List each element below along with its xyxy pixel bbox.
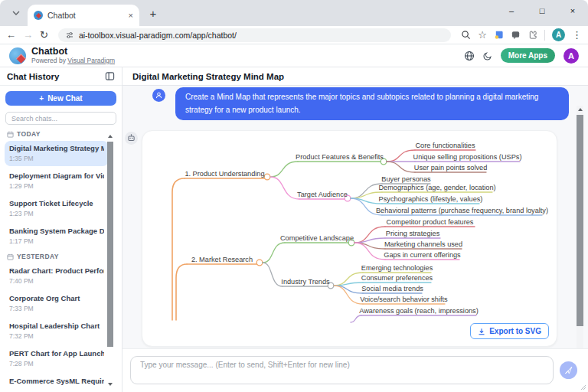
chat-history-item[interactable]: Corporate Org Chart7:33 PM (5, 291, 109, 316)
mindmap-connector (351, 315, 361, 322)
chat-item-title: Corporate Org Chart (9, 294, 104, 302)
chat-history-item[interactable]: Support Ticket Lifecycle1:23 PM (5, 196, 109, 221)
app-body: Chat History + New Chat TODAYDigital Mar… (0, 67, 588, 392)
mindmap-node-label: Demographics (age, gender, location) (378, 184, 495, 191)
chat-item-time: 7:33 PM (9, 305, 104, 312)
mindmap-connector (354, 243, 385, 260)
chat-extension-icon[interactable] (511, 30, 521, 40)
chat-scrollbar-thumb[interactable] (577, 115, 583, 326)
sidebar-title: Chat History (7, 72, 59, 81)
mindmap-connector (334, 286, 363, 304)
chat-item-title: Digital Marketing Strategy M... (9, 144, 104, 152)
chat-list: TODAYDigital Marketing Strategy M...1:35… (0, 130, 122, 389)
extensions-puzzle-icon[interactable] (528, 30, 537, 40)
tab-strip: Chatbot × + – □ × (0, 0, 588, 26)
scroll-up-icon[interactable] (578, 108, 583, 111)
globe-icon[interactable] (464, 51, 475, 61)
chat-history-item[interactable]: Banking System Package Dia...1:17 PM (5, 224, 109, 249)
account-avatar[interactable]: A (564, 48, 579, 64)
visual-paradigm-link[interactable]: Visual Paradigm (67, 57, 115, 64)
chat-section-label: TODAY (7, 130, 109, 138)
chat-history-item[interactable]: E-Commerce SysML Require... (5, 374, 109, 389)
maximize-button[interactable]: □ (527, 0, 557, 21)
chat-item-title: Deployment Diagram for Vid... (9, 172, 104, 180)
chat-scrollbar[interactable] (577, 106, 583, 348)
assistant-message-avatar (125, 132, 138, 145)
mindmap-connector (334, 283, 363, 286)
message-input[interactable] (130, 356, 554, 384)
mindmap-node-label: Industry Trends (281, 278, 330, 286)
chat-item-time: 1:23 PM (9, 210, 104, 217)
chat-history-item[interactable]: PERT Chart for App Launch7:28 PM (5, 346, 109, 371)
chat-history-item[interactable]: Radar Chart: Product Perfor...7:40 PM (5, 263, 109, 289)
browser-profile-avatar[interactable]: A (552, 28, 565, 41)
sidebar-header: Chat History (0, 67, 122, 86)
url-bar[interactable]: ai-toolbox.visual-paradigm.com/app/chatb… (58, 28, 451, 42)
mindmap-node-label: User pain points solved (414, 164, 488, 172)
close-button[interactable]: × (557, 0, 588, 21)
new-tab-button[interactable]: + (144, 4, 162, 22)
sidebar-scrollbar-thumb[interactable] (107, 142, 113, 347)
mindmap-node-label: Target Audience (297, 191, 348, 198)
browser-tab[interactable]: Chatbot × (28, 5, 139, 26)
calendar-icon (7, 131, 14, 138)
sidebar-scrollbar[interactable] (107, 132, 113, 388)
mindmap-node-label: 1. Product Understanding (185, 170, 264, 178)
conversation-title-bar: Digital Marketing Strategy Mind Map (122, 67, 588, 86)
zoom-icon[interactable] (461, 30, 471, 40)
section-label-text: TODAY (17, 130, 41, 138)
chat-item-time: 1:35 PM (9, 155, 104, 162)
mindmap-connector (387, 150, 415, 162)
scroll-down-icon[interactable] (108, 383, 113, 386)
scroll-up-icon[interactable] (108, 135, 113, 138)
mindmap-svg: 1. Product Understanding2. Market Resear… (142, 131, 558, 348)
chat-item-title: Banking System Package Dia... (9, 227, 104, 235)
chat-item-title: PERT Chart for App Launch (9, 349, 104, 358)
chat-history-sidebar: Chat History + New Chat TODAYDigital Mar… (0, 67, 122, 392)
mindmap-connector (270, 177, 299, 199)
chat-history-item[interactable]: Hospital Leadership Chart7:32 PM (5, 318, 109, 344)
mindmap-node-label: Behavioral patterns (purchase frequency,… (376, 207, 548, 214)
new-chat-button[interactable]: + New Chat (5, 91, 116, 106)
mindmap-node-label: Pricing strategies (386, 230, 440, 237)
chat-history-item[interactable]: Digital Marketing Strategy M...1:35 PM (5, 141, 109, 166)
mindmap-node-label: Competitive Landscape (280, 234, 354, 242)
app-subtitle: Powered by Visual Paradigm (31, 57, 115, 65)
app-header-actions: More Apps A (464, 48, 579, 64)
reload-button[interactable]: ↻ (40, 30, 48, 40)
send-plane-icon (564, 366, 573, 374)
mindmap-connector (263, 263, 283, 286)
mindmap-connector (354, 238, 385, 243)
export-svg-button[interactable]: Export to SVG (470, 323, 549, 339)
toolbar-actions: ☆ A ⋮ (461, 28, 582, 41)
app-header: Chatbot Powered by Visual Paradigm More … (0, 44, 588, 67)
more-apps-button[interactable]: More Apps (501, 48, 555, 63)
browser-menu-icon[interactable]: ⋮ (572, 30, 582, 40)
mindmap-node-label: 2. Market Research (191, 256, 253, 263)
mindmap-node-label: Product Features & Benefits (296, 153, 384, 161)
extension-lens-icon[interactable] (494, 30, 504, 40)
bookmark-star-icon[interactable]: ☆ (478, 30, 487, 40)
send-button[interactable] (560, 361, 577, 379)
minimize-button[interactable]: – (496, 0, 527, 21)
tab-close-icon[interactable]: × (129, 11, 133, 20)
resize-grip-icon[interactable] (580, 384, 586, 390)
mindmap-connector (387, 162, 415, 172)
search-input[interactable] (5, 112, 116, 125)
tab-search-button[interactable] (6, 3, 26, 23)
chat-section-label: YESTERDAY (7, 253, 109, 260)
back-button[interactable]: ← (6, 30, 16, 40)
section-label-text: YESTERDAY (17, 253, 59, 260)
chat-item-title: E-Commerce SysML Require... (9, 377, 104, 385)
conversation-title: Digital Marketing Strategy Mind Map (132, 72, 284, 81)
new-chat-label: New Chat (47, 94, 83, 103)
chat-history-item[interactable]: Deployment Diagram for Vid...1:29 PM (5, 168, 109, 194)
forward-button[interactable]: → (23, 30, 33, 40)
chat-item-title: Support Ticket Lifecycle (9, 199, 104, 207)
dark-mode-moon-icon[interactable] (483, 51, 492, 60)
mindmap-node-label: Buyer personas (381, 175, 431, 183)
mindmap-node-label: Gaps in current offerings (384, 251, 461, 259)
mindmap-connector (263, 243, 285, 263)
mindmap-node-label: Competitor product features (387, 218, 474, 226)
collapse-sidebar-icon[interactable] (105, 71, 115, 81)
